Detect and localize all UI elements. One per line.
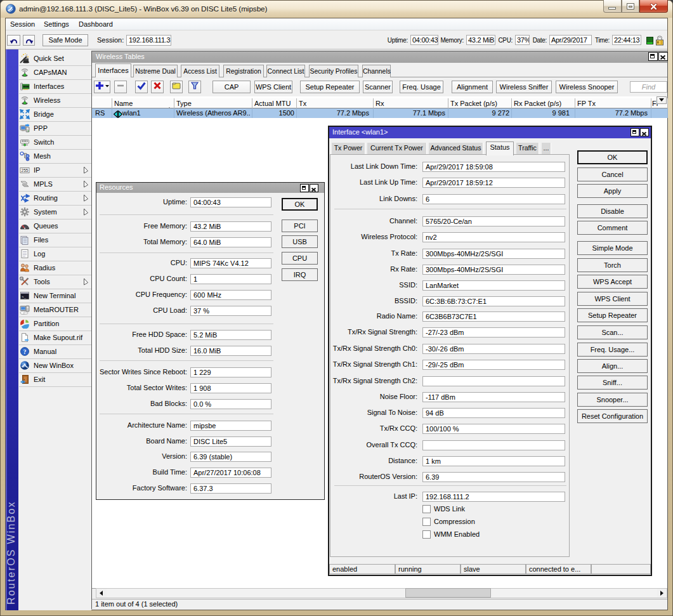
svg-text:?: ? [23,348,27,355]
svg-text:255: 255 [22,168,29,173]
svg-text:>_: >_ [22,295,27,299]
